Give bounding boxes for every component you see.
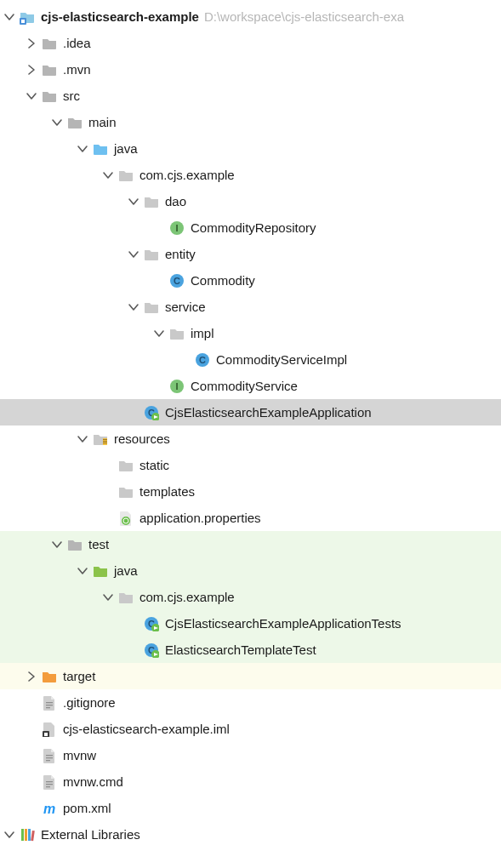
package-icon xyxy=(117,167,134,184)
chevron-down-icon[interactable] xyxy=(126,300,141,315)
tree-node-test[interactable]: test xyxy=(0,531,501,557)
tree-node-pom[interactable]: pom.xml xyxy=(0,795,501,821)
tree-node-mvnw[interactable]: mvnw xyxy=(0,742,501,768)
chevron-down-icon[interactable] xyxy=(49,115,65,130)
tree-node-entity[interactable]: entity xyxy=(0,241,501,267)
tree-node-app-properties[interactable]: application.properties xyxy=(0,505,501,531)
chevron-down-icon[interactable] xyxy=(49,537,65,552)
tree-label: impl xyxy=(191,326,214,340)
tree-label: application.properties xyxy=(139,511,261,525)
tree-node-root[interactable]: cjs-elasticsearch-example D:\workspace\c… xyxy=(0,3,501,30)
tree-label: CjsElasticsearchExampleApplication xyxy=(165,405,372,420)
file-icon xyxy=(41,774,58,791)
tree-node-pkg-main[interactable]: com.cjs.example xyxy=(0,162,501,188)
module-folder-icon xyxy=(19,9,36,26)
chevron-down-icon[interactable] xyxy=(75,141,90,157)
class-icon xyxy=(194,351,211,368)
tree-node-templates[interactable]: templates xyxy=(0,478,501,505)
chevron-down-icon[interactable] xyxy=(2,9,17,25)
tree-label: ElasticsearchTemplateTest xyxy=(165,642,316,657)
chevron-down-icon[interactable] xyxy=(126,247,141,262)
chevron-right-icon[interactable] xyxy=(24,669,39,684)
tree-label: templates xyxy=(139,484,195,499)
tree-node-impl[interactable]: impl xyxy=(0,320,501,346)
spring-boot-class-icon xyxy=(143,615,160,632)
tree-node-java-test[interactable]: java xyxy=(0,557,501,584)
tree-label: CommodityRepository xyxy=(191,220,316,235)
maven-icon xyxy=(41,800,58,817)
folder-icon xyxy=(117,483,134,500)
tree-label: test xyxy=(88,537,109,551)
package-icon xyxy=(168,325,185,342)
chevron-right-icon[interactable] xyxy=(24,36,39,51)
libraries-icon xyxy=(19,826,36,843)
file-icon xyxy=(41,694,58,711)
folder-icon xyxy=(66,536,83,553)
tree-label: mvnw.cmd xyxy=(63,774,123,789)
tree-node-iml[interactable]: cjs-elasticsearch-example.iml xyxy=(0,716,501,742)
project-tree[interactable]: cjs-elasticsearch-example D:\workspace\c… xyxy=(0,0,501,848)
tree-node-dao[interactable]: dao xyxy=(0,188,501,214)
tree-label: CjsElasticsearchExampleApplicationTests xyxy=(165,616,401,631)
tree-label: CommodityServiceImpl xyxy=(216,352,347,367)
tree-label: main xyxy=(88,115,117,129)
tree-label: target xyxy=(63,669,95,683)
tree-node-test-class1[interactable]: CjsElasticsearchExampleApplicationTests xyxy=(0,610,501,637)
tree-label: java xyxy=(114,563,138,578)
chevron-down-icon[interactable] xyxy=(24,89,39,104)
tree-node-idea[interactable]: .idea xyxy=(0,30,501,56)
tree-label: com.cjs.example xyxy=(139,168,235,182)
spring-boot-class-icon xyxy=(143,642,160,659)
chevron-down-icon[interactable] xyxy=(2,827,17,842)
tree-node-src[interactable]: src xyxy=(0,83,501,109)
folder-icon xyxy=(66,114,83,131)
tree-node-target[interactable]: target xyxy=(0,663,501,689)
folder-icon xyxy=(41,88,58,105)
tree-node-static[interactable]: static xyxy=(0,452,501,478)
tree-node-external-libs[interactable]: External Libraries xyxy=(0,821,501,848)
tree-node-commodity-service-impl[interactable]: CommodityServiceImpl xyxy=(0,346,501,373)
chevron-down-icon[interactable] xyxy=(75,563,90,579)
package-icon xyxy=(117,589,134,606)
tree-node-mvnw-cmd[interactable]: mvnw.cmd xyxy=(0,768,501,795)
chevron-down-icon[interactable] xyxy=(100,590,116,605)
tree-node-resources[interactable]: resources xyxy=(0,425,501,452)
chevron-down-icon[interactable] xyxy=(126,194,141,209)
tree-node-gitignore[interactable]: .gitignore xyxy=(0,689,501,716)
tree-node-main[interactable]: main xyxy=(0,109,501,135)
tree-label: pom.xml xyxy=(63,801,111,815)
tree-label: cjs-elasticsearch-example xyxy=(41,9,199,24)
tree-node-commodity-service[interactable]: CommodityService xyxy=(0,373,501,399)
test-source-folder-icon xyxy=(92,562,109,580)
package-icon xyxy=(143,299,160,316)
tree-node-app-class[interactable]: CjsElasticsearchExampleApplication xyxy=(0,399,501,425)
spring-boot-class-icon xyxy=(143,404,160,421)
tree-label: service xyxy=(165,300,206,314)
tree-label: .mvn xyxy=(63,62,91,77)
tree-node-commodity[interactable]: Commodity xyxy=(0,267,501,294)
chevron-down-icon[interactable] xyxy=(151,326,167,341)
excluded-folder-icon xyxy=(41,668,58,685)
resources-folder-icon xyxy=(92,431,109,448)
tree-label: static xyxy=(139,458,169,472)
source-folder-icon xyxy=(92,140,109,157)
tree-label: resources xyxy=(114,431,170,446)
class-icon xyxy=(168,272,185,289)
tree-label: dao xyxy=(165,194,186,208)
tree-node-mvn[interactable]: .mvn xyxy=(0,56,501,83)
folder-icon xyxy=(41,35,58,52)
tree-node-service[interactable]: service xyxy=(0,294,501,320)
interface-icon xyxy=(168,378,185,395)
tree-label: mvnw xyxy=(63,748,96,762)
chevron-right-icon[interactable] xyxy=(24,62,39,77)
spring-config-icon xyxy=(117,510,134,527)
tree-label: entity xyxy=(165,247,196,261)
tree-node-pkg-test[interactable]: com.cjs.example xyxy=(0,584,501,610)
project-path-hint: D:\workspace\cjs-elasticsearch-exa xyxy=(204,9,404,24)
tree-label: com.cjs.example xyxy=(139,590,235,604)
tree-node-test-class2[interactable]: ElasticsearchTemplateTest xyxy=(0,637,501,663)
tree-node-java-main[interactable]: java xyxy=(0,135,501,162)
chevron-down-icon[interactable] xyxy=(100,168,116,183)
tree-node-commodity-repo[interactable]: CommodityRepository xyxy=(0,214,501,241)
chevron-down-icon[interactable] xyxy=(75,431,90,447)
